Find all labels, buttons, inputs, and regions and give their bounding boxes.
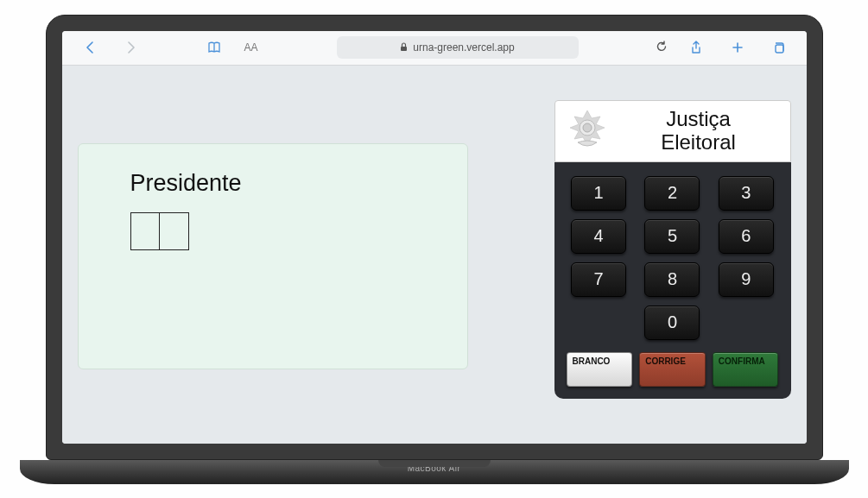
key-8[interactable]: 8 [644,262,700,297]
urna-title-line1: Justiça [616,108,782,130]
reload-icon [656,41,668,53]
back-button[interactable] [73,35,107,60]
page-content: Presidente [62,66,807,444]
lock-icon [400,42,408,54]
plus-icon [732,41,744,54]
action-keys: BRANCO CORRIGE CONFIRMA [567,352,779,387]
tabs-icon [772,41,785,54]
key-1[interactable]: 1 [571,176,626,211]
numeric-keypad: 1 2 3 4 5 6 7 8 9 0 [567,176,779,340]
key-6[interactable]: 6 [719,219,774,254]
key-7[interactable]: 7 [571,262,626,297]
chevron-left-icon [86,41,94,54]
urna-header: Justiça Eleitoral [554,100,791,162]
urna-title: Justiça Eleitoral [616,108,782,154]
url-text: urna-green.vercel.app [413,41,514,54]
svg-rect-0 [401,47,407,51]
sidebar-toggle-button[interactable] [197,35,231,60]
digit-input-boxes [130,212,415,250]
key-3[interactable]: 3 [719,176,774,211]
digit-box-2 [160,212,189,250]
voting-display: Presidente [78,143,468,369]
share-button[interactable] [679,35,713,60]
address-bar[interactable]: urna-green.vercel.app [337,36,579,59]
urna-keypad-panel: 1 2 3 4 5 6 7 8 9 0 BRANCO [554,162,791,399]
digit-box-1 [130,212,160,250]
branco-button[interactable]: BRANCO [567,352,633,387]
confirma-button[interactable]: CONFIRMA [713,352,779,387]
laptop-base: MacBook Air [20,460,849,484]
book-icon [207,41,221,54]
key-4[interactable]: 4 [571,219,626,254]
key-5[interactable]: 5 [644,219,700,254]
laptop-frame: AA urna-green.vercel.app [46,15,823,484]
browser-toolbar: AA urna-green.vercel.app [62,31,807,66]
voting-machine: Justiça Eleitoral 1 2 3 4 5 6 7 [554,100,791,399]
corrige-button[interactable]: CORRIGE [639,352,706,387]
laptop-notch [378,460,491,467]
key-2[interactable]: 2 [644,176,700,211]
new-tab-button[interactable] [720,35,755,60]
share-icon [690,41,702,54]
urna-title-line2: Eleitoral [616,131,782,154]
reload-button[interactable] [651,41,672,55]
tabs-overview-button[interactable] [762,35,796,60]
chevron-right-icon [127,41,136,54]
key-9[interactable]: 9 [719,262,774,297]
key-0[interactable]: 0 [644,306,700,340]
svg-rect-1 [776,45,783,53]
text-size-button[interactable]: AA [238,41,264,54]
office-label: Presidente [130,170,415,197]
laptop-screen: AA urna-green.vercel.app [62,31,807,444]
svg-point-4 [583,123,592,132]
laptop-bezel: AA urna-green.vercel.app [46,15,823,460]
brazil-coat-of-arms-icon [564,108,611,154]
forward-button[interactable] [114,35,149,60]
